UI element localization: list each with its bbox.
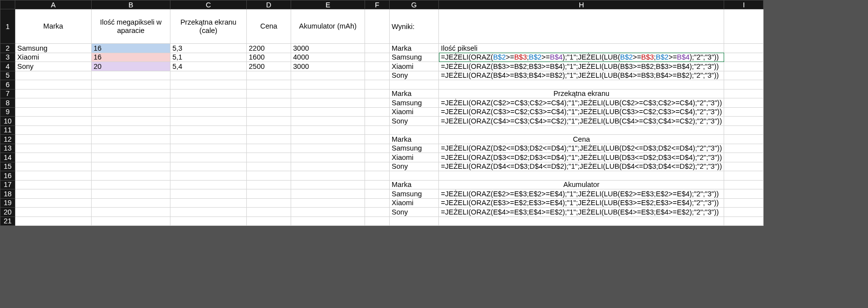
row-1[interactable]: 1MarkaIlość megapikseli w aparaciePrzeką… — [0, 9, 764, 44]
cell-B12[interactable] — [92, 135, 170, 144]
cell-F4[interactable] — [365, 62, 390, 71]
cell-I11[interactable] — [724, 125, 764, 135]
cell-E4[interactable]: 3000 — [291, 62, 365, 71]
col-header-G[interactable]: G — [390, 0, 439, 9]
cell-I18[interactable] — [724, 189, 764, 199]
cell-B13[interactable] — [92, 144, 170, 153]
cell-E19[interactable] — [291, 198, 365, 208]
cell-H19[interactable]: =JEŻELI(ORAZ(E$3>=E$2;E$3>=E$4);"1";JEŻE… — [439, 198, 724, 208]
row-14[interactable]: 14Xiaomi=JEŻELI(ORAZ(D$3<=D$2;D$3<=D$4);… — [0, 153, 764, 162]
cell-B15[interactable] — [92, 162, 170, 171]
cell-G20[interactable]: Sony — [390, 208, 439, 217]
cell-G3[interactable]: Samsung — [390, 53, 439, 62]
cell-C3[interactable]: 5,1 — [170, 53, 247, 62]
col-header-I[interactable]: I — [724, 0, 764, 9]
cell-A12[interactable] — [15, 135, 92, 144]
row-header-11[interactable]: 11 — [0, 125, 15, 135]
cell-A7[interactable] — [15, 89, 92, 98]
cell-I13[interactable] — [724, 144, 764, 153]
cell-H21[interactable] — [439, 216, 724, 226]
cell-I10[interactable] — [724, 117, 764, 126]
select-all-corner[interactable] — [0, 0, 15, 9]
cell-F18[interactable] — [365, 189, 390, 199]
cell-I21[interactable] — [724, 216, 764, 226]
cell-E3[interactable]: 4000 — [291, 53, 365, 62]
row-header-4[interactable]: 4 — [0, 62, 15, 71]
cell-F16[interactable] — [365, 171, 390, 181]
cell-E18[interactable] — [291, 189, 365, 199]
cell-A16[interactable] — [15, 171, 92, 181]
cell-E16[interactable] — [291, 171, 365, 181]
row-18[interactable]: 18Samsung=JEŻELI(ORAZ(E$2>=E$3;E$2>=E$4)… — [0, 189, 764, 199]
row-header-14[interactable]: 14 — [0, 153, 15, 162]
cell-F7[interactable] — [365, 89, 390, 98]
cell-C14[interactable] — [170, 153, 247, 162]
row-15[interactable]: 15Sony=JEŻELI(ORAZ(D$4<=D$3;D$4<=D$2);"1… — [0, 162, 764, 171]
cell-H11[interactable] — [439, 125, 724, 135]
row-header-7[interactable]: 7 — [0, 89, 15, 98]
row-11[interactable]: 11 — [0, 125, 764, 135]
cell-C9[interactable] — [170, 107, 247, 117]
row-5[interactable]: 5Sony=JEŻELI(ORAZ(B$4>=B$3;B$4>=B$2);"1"… — [0, 71, 764, 80]
cell-I15[interactable] — [724, 162, 764, 171]
cell-H8[interactable]: =JEŻELI(ORAZ(C$2>=C$3;C$2>=C$4);"1";JEŻE… — [439, 98, 724, 108]
cell-C11[interactable] — [170, 125, 247, 135]
row-3[interactable]: 3Xiaomi165,116004000Samsung=JEŻELI(ORAZ(… — [0, 53, 764, 62]
cell-A20[interactable] — [15, 208, 92, 217]
row-12[interactable]: 12MarkaCena — [0, 135, 764, 144]
cell-F13[interactable] — [365, 144, 390, 153]
cell-B7[interactable] — [92, 89, 170, 98]
cell-A18[interactable] — [15, 189, 92, 199]
cell-E17[interactable] — [291, 180, 365, 189]
cell-I5[interactable] — [724, 71, 764, 80]
cell-D19[interactable] — [247, 198, 291, 208]
cell-G18[interactable]: Samsung — [390, 189, 439, 199]
cell-C17[interactable] — [170, 180, 247, 189]
cell-H5[interactable]: =JEŻELI(ORAZ(B$4>=B$3;B$4>=B$2);"1";JEŻE… — [439, 71, 724, 80]
cell-H12[interactable]: Cena — [439, 135, 724, 144]
cell-F10[interactable] — [365, 117, 390, 126]
row-4[interactable]: 4Sony205,425003000Xiaomi=JEŻELI(ORAZ(B$3… — [0, 62, 764, 71]
cell-I12[interactable] — [724, 135, 764, 144]
cell-E1[interactable]: Akumulator (mAh) — [291, 9, 365, 44]
cell-C2[interactable]: 5,3 — [170, 44, 247, 53]
cell-G12[interactable]: Marka — [390, 135, 439, 144]
cell-H20[interactable]: =JEŻELI(ORAZ(E$4>=E$3;E$4>=E$2);"1";JEŻE… — [439, 208, 724, 217]
column-header-row[interactable]: A B C D E F G H I — [0, 0, 764, 9]
cell-I1[interactable] — [724, 9, 764, 44]
row-20[interactable]: 20Sony=JEŻELI(ORAZ(E$4>=E$3;E$4>=E$2);"1… — [0, 208, 764, 217]
cell-E8[interactable] — [291, 98, 365, 108]
cell-A6[interactable] — [15, 80, 92, 90]
col-header-A[interactable]: A — [15, 0, 92, 9]
cell-B1[interactable]: Ilość megapikseli w aparacie — [92, 9, 170, 44]
cell-A8[interactable] — [15, 98, 92, 108]
col-header-B[interactable]: B — [92, 0, 170, 9]
cell-I3[interactable] — [724, 53, 764, 62]
cell-I7[interactable] — [724, 89, 764, 98]
cell-I17[interactable] — [724, 180, 764, 189]
cell-D6[interactable] — [247, 80, 291, 90]
cell-G21[interactable] — [390, 216, 439, 226]
cell-D18[interactable] — [247, 189, 291, 199]
row-header-9[interactable]: 9 — [0, 107, 15, 117]
cell-I20[interactable] — [724, 208, 764, 217]
cell-D8[interactable] — [247, 98, 291, 108]
cell-A15[interactable] — [15, 162, 92, 171]
cell-C15[interactable] — [170, 162, 247, 171]
cell-E12[interactable] — [291, 135, 365, 144]
cell-A13[interactable] — [15, 144, 92, 153]
cell-G1[interactable]: Wyniki: — [390, 9, 439, 44]
cell-I4[interactable] — [724, 62, 764, 71]
cell-A3[interactable]: Xiaomi — [15, 53, 92, 62]
col-header-C[interactable]: C — [170, 0, 247, 9]
cell-E14[interactable] — [291, 153, 365, 162]
row-header-16[interactable]: 16 — [0, 171, 15, 181]
row-header-17[interactable]: 17 — [0, 180, 15, 189]
cell-C4[interactable]: 5,4 — [170, 62, 247, 71]
cell-F19[interactable] — [365, 198, 390, 208]
cell-D1[interactable]: Cena — [247, 9, 291, 44]
cell-I2[interactable] — [724, 44, 764, 53]
cell-I19[interactable] — [724, 198, 764, 208]
cell-H1[interactable] — [439, 9, 724, 44]
spreadsheet[interactable]: A B C D E F G H I 1MarkaIlość megapiksel… — [0, 0, 764, 226]
